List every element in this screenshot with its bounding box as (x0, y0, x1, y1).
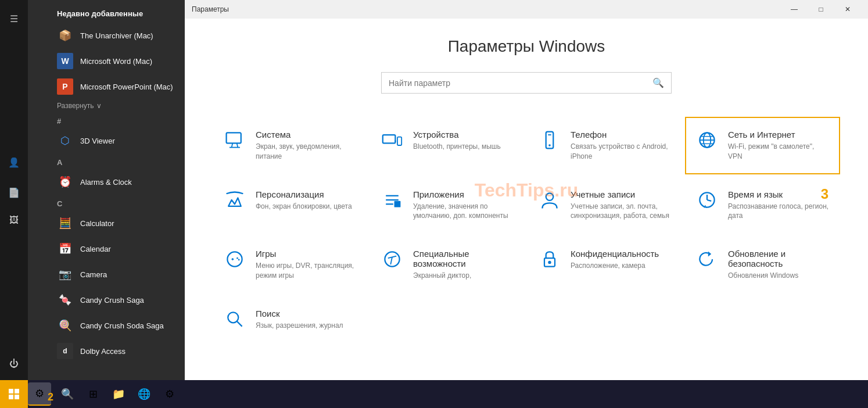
svg-line-22 (707, 200, 711, 201)
devices-settings-name: Устройства (413, 130, 515, 139)
accessibility-settings-text: Специальные возможностиЭкранный диктор, (413, 249, 515, 281)
games-settings-desc: Меню игры, DVR, трансляция, режим игры (256, 261, 357, 281)
network-settings-name: Сеть и Интернет (728, 130, 830, 139)
settings-item-personalization[interactable]: ПерсонализацияФон, экран блокировки, цве… (213, 177, 368, 234)
svg-point-24 (227, 252, 242, 267)
word-icon: W (57, 53, 73, 69)
app-powerpoint[interactable]: P Microsoft PowerPoint (Mac) (28, 74, 185, 99)
settings-taskbar-icon: ⚙ (35, 387, 44, 400)
games-settings-text: ИгрыМеню игры, DVR, трансляция, режим иг… (256, 249, 357, 281)
power-icon[interactable]: ⏻ (2, 352, 26, 375)
unarchiver-icon: 📦 (57, 27, 73, 44)
hamburger-icon[interactable]: ☰ (2, 7, 26, 30)
network-settings-desc: Wi-Fi, режим "в самолете", VPN (728, 142, 830, 162)
close-button[interactable]: ✕ (834, 0, 861, 19)
search-icon: 🔍 (652, 77, 664, 88)
app-word[interactable]: W Microsoft Word (Mac) (28, 48, 185, 74)
update-settings-text: Обновление и безопасностьОбновления Wind… (728, 249, 830, 281)
accounts-settings-desc: Учетные записи, эл. почта, синхронизация… (571, 202, 672, 221)
svg-marker-34 (708, 252, 711, 257)
settings-grid: СистемаЭкран, звук, уведомления, питание… (213, 117, 840, 347)
app-unarchiver[interactable]: 📦 The Unarchiver (Mac) (28, 23, 185, 48)
phone-settings-text: ТелефонСвязать устройство с Android, iPh… (571, 130, 672, 162)
settings-item-system[interactable]: СистемаЭкран, звук, уведомления, питание (213, 117, 368, 174)
taskbar-settings-btn[interactable]: ⚙ (158, 382, 181, 406)
app-calculator[interactable]: 🧮 Calculator (28, 210, 185, 236)
app-candy-crush[interactable]: 🍬 Candy Crush Saga (28, 287, 185, 313)
app-candy-crush-soda[interactable]: 🍭 Candy Crush Soda Saga (28, 313, 185, 338)
time-settings-desc: Распознавание голоса, регион, дата (728, 202, 830, 221)
candy-crush-soda-icon: 🍭 (57, 317, 73, 334)
candy-crush-icon: 🍬 (57, 292, 73, 308)
system-settings-name: Система (256, 130, 357, 139)
recently-added-header: Недавно добавленные (28, 0, 185, 23)
settings-item-apps[interactable]: ПриложенияУдаление, значения по умолчани… (370, 177, 525, 234)
privacy-settings-text: КонфиденциальностьРасположение, камера (571, 249, 672, 271)
maximize-button[interactable]: □ (808, 0, 834, 19)
network-settings-icon (695, 130, 719, 155)
phone-settings-icon (538, 130, 561, 155)
app-list: Недавно добавленные 📦 The Unarchiver (Ma… (28, 0, 185, 380)
settings-item-accounts[interactable]: Учетные записиУчетные записи, эл. почта,… (528, 177, 683, 234)
taskview-icon: ⊞ (89, 388, 98, 400)
app-dolby[interactable]: d Dolby Access (28, 338, 185, 364)
settings-item-accessibility[interactable]: Специальные возможностиЭкранный диктор, (370, 236, 525, 294)
page-title: Параметры Windows (213, 37, 840, 56)
accounts-settings-text: Учетные записиУчетные записи, эл. почта,… (571, 189, 672, 221)
accounts-settings-icon (538, 189, 561, 215)
svg-point-27 (236, 257, 238, 259)
accounts-settings-name: Учетные записи (571, 189, 672, 199)
taskbar-search-item[interactable]: 🔍 (56, 382, 79, 406)
app-alarms[interactable]: ⏰ Alarms & Clock (28, 169, 185, 195)
svg-point-28 (238, 259, 240, 261)
personalization-settings-text: ПерсонализацияФон, экран блокировки, цве… (256, 189, 357, 212)
settings-item-phone[interactable]: ТелефонСвязать устройство с Android, iPh… (528, 117, 683, 174)
privacy-settings-name: Конфиденциальность (571, 249, 672, 259)
taskbar-taskview-item[interactable]: ⊞ (81, 382, 105, 406)
system-settings-desc: Экран, звук, уведомления, питание (256, 142, 357, 162)
section-c: C (28, 195, 185, 210)
settings-item-update[interactable]: Обновление и безопасностьОбновления Wind… (685, 236, 840, 294)
app-camera[interactable]: 📷 Camera (28, 262, 185, 287)
settings-item-search[interactable]: ПоискЯзык, разрешения, журнал (213, 296, 368, 347)
search-input[interactable] (389, 78, 652, 88)
settings-item-time[interactable]: AВремя и языкРаспознавание голоса, регио… (685, 177, 840, 234)
document-icon[interactable]: 📄 (2, 181, 26, 204)
app-calendar[interactable]: 📅 Calendar (28, 236, 185, 262)
svg-point-9 (548, 144, 551, 146)
time-settings-icon: A (695, 189, 719, 215)
personalization-settings-name: Персонализация (256, 189, 357, 199)
update-settings-icon (695, 249, 719, 274)
window-title: Параметры (192, 5, 229, 13)
search-settings-name: Поиск (256, 309, 357, 318)
settings-item-games[interactable]: ИгрыМеню игры, DVR, трансляция, режим иг… (213, 236, 368, 294)
alarms-icon: ⏰ (57, 174, 73, 190)
app-3d-viewer[interactable]: ⬡ 3D Viewer (28, 128, 185, 153)
taskbar-explorer-item[interactable]: 📁 (107, 382, 130, 406)
step2-container: ⚙ 2 (28, 382, 51, 406)
update-settings-name: Обновление и безопасность (728, 249, 830, 269)
start-button[interactable] (0, 380, 28, 408)
settings-item-devices[interactable]: УстройстваBluetooth, принтеры, мышь (370, 117, 525, 174)
svg-rect-4 (383, 135, 396, 143)
phone-settings-name: Телефон (571, 130, 672, 139)
camera-icon: 📷 (57, 266, 73, 282)
search-settings-text: ПоискЯзык, разрешения, журнал (256, 309, 357, 331)
section-a: A (28, 153, 185, 169)
update-settings-desc: Обновления Windows (728, 271, 830, 281)
system-settings-icon (223, 130, 246, 155)
account-icon[interactable]: 👤 (2, 151, 26, 174)
time-settings-name: Время и язык (728, 189, 830, 199)
photos-icon[interactable]: 🖼 (2, 209, 26, 232)
personalization-settings-desc: Фон, экран блокировки, цвета (256, 202, 357, 212)
accessibility-settings-desc: Экранный диктор, (413, 271, 515, 281)
minimize-button[interactable]: — (781, 0, 808, 19)
settings-item-network[interactable]: Сеть и ИнтернетWi-Fi, режим "в самолете"… (685, 117, 840, 174)
svg-point-35 (228, 312, 238, 323)
taskbar-chrome-item[interactable]: 🌐 (132, 382, 156, 406)
sidebar-icons-strip: ☰ 👤 📄 🖼 ⏻ (0, 0, 28, 380)
settings-item-privacy[interactable]: КонфиденциальностьРасположение, камера (528, 236, 683, 294)
search-box[interactable]: 🔍 (381, 72, 672, 94)
step2-badge: 2 (48, 391, 53, 403)
expand-button[interactable]: Развернуть ∨ (28, 99, 185, 112)
